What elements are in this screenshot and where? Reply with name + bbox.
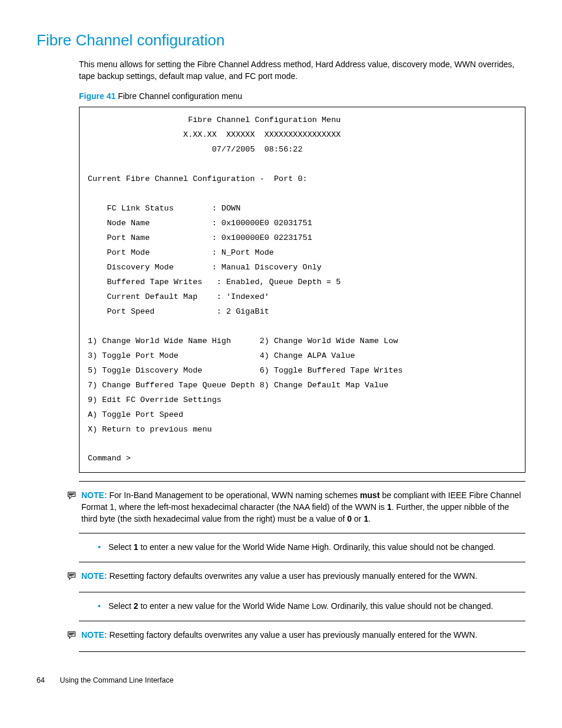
bullet-list-1: Select 1 to enter a new value for the Wo… [98, 542, 525, 554]
divider [79, 592, 525, 592]
note-block-2: NOTE: Resetting factory defaults overwri… [67, 571, 525, 584]
note-block-3: NOTE: Resetting factory defaults overwri… [67, 630, 525, 643]
intro-paragraph: This menu allows for setting the Fibre C… [79, 59, 525, 82]
figure-caption: Figure 41 Fibre Channel configuration me… [79, 91, 525, 103]
note-icon [67, 630, 78, 643]
divider [79, 562, 525, 562]
note-text-2: NOTE: Resetting factory defaults overwri… [81, 571, 525, 582]
terminal-output: Fibre Channel Configuration Menu X.XX.XX… [79, 107, 525, 473]
divider [79, 651, 525, 652]
note-label: NOTE: [81, 490, 107, 500]
footer-section: Using the Command Line Interface [59, 676, 173, 684]
bullet-list-2: Select 2 to enter a new value for the Wo… [98, 601, 525, 612]
note-text-3: NOTE: Resetting factory defaults overwri… [81, 630, 525, 641]
figure-label: Figure 41 [79, 91, 115, 101]
note-label: NOTE: [81, 630, 107, 640]
figure-caption-text: Fibre Channel configuration menu [118, 91, 242, 101]
note-label: NOTE: [81, 571, 107, 581]
note-icon [67, 490, 78, 503]
note-block-1: NOTE: For In-Band Management to be opera… [67, 490, 525, 525]
divider [79, 621, 525, 621]
divider [79, 481, 525, 482]
divider [79, 533, 525, 533]
list-item: Select 1 to enter a new value for the Wo… [98, 542, 525, 554]
page-heading: Fibre Channel configuration [37, 29, 525, 51]
page-number: 64 [37, 676, 58, 686]
note-text-1: NOTE: For In-Band Management to be opera… [81, 490, 525, 525]
list-item: Select 2 to enter a new value for the Wo… [98, 601, 525, 612]
note-icon [67, 571, 78, 584]
page-footer: 64 Using the Command Line Interface [37, 676, 525, 686]
